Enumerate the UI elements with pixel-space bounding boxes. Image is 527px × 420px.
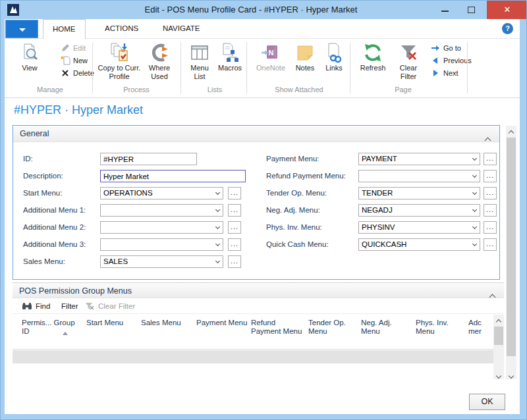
- chevron-down-icon: [215, 190, 220, 195]
- copy-clipboard-icon: [109, 42, 130, 63]
- app-window: Edit - POS Menu Profile Card - #HYPER · …: [0, 0, 527, 420]
- notes-button[interactable]: Notes: [291, 42, 319, 72]
- payment-menu-lookup-button[interactable]: ...: [484, 153, 497, 165]
- additional-menu-2-lookup-button[interactable]: ...: [228, 221, 241, 234]
- id-input[interactable]: [100, 153, 197, 165]
- filter-button[interactable]: Filter: [61, 301, 78, 311]
- macros-orgchart-icon: [219, 42, 240, 63]
- arrow-right-icon: [430, 43, 441, 53]
- tender-op-menu-combo[interactable]: TENDER: [358, 187, 480, 199]
- fasttab-general-header[interactable]: General: [13, 126, 499, 142]
- tender-op-menu-label: Tender Op. Menu:: [266, 187, 327, 199]
- additional-menu-1-combo[interactable]: [100, 204, 223, 217]
- sales-menu-lookup-button[interactable]: ...: [228, 255, 241, 268]
- clear-filter-toolbar-button: Clear Filter: [84, 301, 135, 311]
- start-menu-lookup-button[interactable]: ...: [228, 187, 241, 199]
- neg-adj-menu-label: Neg. Adj. Menu:: [266, 204, 320, 217]
- quick-cash-menu-label: Quick Cash Menu:: [266, 238, 329, 251]
- ribbon: View Edit New Delete Manage Copy to Curr…: [5, 38, 520, 98]
- column-header-additional-menu[interactable]: Adc mer: [468, 319, 493, 336]
- find-button[interactable]: Find: [22, 301, 50, 311]
- phys-inv-menu-combo[interactable]: PHYSINV: [358, 221, 480, 234]
- description-input[interactable]: [100, 170, 246, 182]
- scroll-up-button[interactable]: [506, 126, 516, 136]
- close-button[interactable]: ✕: [487, 1, 527, 19]
- minimize-icon: [441, 11, 449, 12]
- where-used-icon: [149, 42, 170, 63]
- column-header-permission-group-id[interactable]: Permis... Group ID: [22, 319, 82, 336]
- fasttab-permissions-header[interactable]: POS Permission Group Menus: [13, 282, 504, 298]
- tender-op-menu-lookup-button[interactable]: ...: [484, 187, 497, 199]
- page-scrollbar[interactable]: [506, 126, 516, 379]
- delete-button[interactable]: Delete: [60, 67, 94, 79]
- ribbon-divider: [246, 42, 247, 93]
- column-header-neg-adj-menu[interactable]: Neg. Adj. Menu: [361, 319, 412, 336]
- where-used-button[interactable]: WhereUsed: [143, 42, 176, 81]
- neg-adj-menu-lookup-button[interactable]: ...: [484, 204, 497, 217]
- column-header-start-menu[interactable]: Start Menu: [86, 319, 138, 327]
- scrollbar-thumb[interactable]: [507, 138, 516, 356]
- ribbon-tab-row: HOME ACTIONS NAVIGATE ?: [5, 19, 520, 38]
- table-scrollbar[interactable]: [493, 315, 504, 379]
- description-label: Description:: [23, 170, 63, 182]
- sales-menu-combo[interactable]: SALES: [100, 255, 223, 268]
- column-header-phys-inv-menu[interactable]: Phys. Inv. Menu: [416, 319, 467, 336]
- quick-cash-menu-combo[interactable]: QUICKCASH: [358, 238, 480, 251]
- pencil-icon: [60, 43, 70, 53]
- tab-actions[interactable]: ACTIONS: [96, 19, 148, 38]
- permissions-toolbar: Find Filter Clear Filter: [13, 298, 504, 314]
- column-header-payment-menu[interactable]: Payment Menu: [196, 319, 248, 327]
- new-button[interactable]: New: [60, 55, 88, 66]
- additional-menu-1-lookup-button[interactable]: ...: [228, 204, 241, 217]
- column-header-tender-op-menu[interactable]: Tender Op. Menu: [308, 319, 360, 336]
- edit-button: Edit: [60, 42, 86, 54]
- copy-to-curr-profile-button[interactable]: Copy to Curr.Profile: [97, 42, 142, 81]
- refund-payment-menu-combo[interactable]: [358, 170, 480, 182]
- links-button[interactable]: Links: [321, 42, 347, 72]
- tab-home[interactable]: HOME: [43, 19, 86, 39]
- quick-cash-menu-lookup-button[interactable]: ...: [484, 238, 497, 251]
- view-button[interactable]: View: [14, 42, 45, 72]
- collapse-chevron-icon[interactable]: [485, 132, 490, 149]
- chevron-down-icon: [472, 242, 477, 246]
- next-button[interactable]: Next: [430, 67, 458, 79]
- chevron-down-icon: [472, 156, 477, 161]
- clear-filter-button[interactable]: ClearFilter: [392, 42, 425, 81]
- scrollbar-thumb[interactable]: [494, 327, 503, 345]
- delete-x-icon: [60, 68, 70, 78]
- payment-menu-combo[interactable]: PAYMENT: [358, 153, 480, 165]
- table-header-row: Permis... Group ID Start Menu Sales Menu…: [13, 315, 493, 350]
- help-button[interactable]: ?: [502, 23, 513, 34]
- minimize-button[interactable]: [432, 1, 458, 19]
- column-header-refund-payment-menu[interactable]: Refund Payment Menu: [251, 319, 304, 336]
- neg-adj-menu-combo[interactable]: NEGADJ: [358, 204, 480, 217]
- new-page-icon: [60, 55, 70, 66]
- additional-menu-2-label: Additional Menu 2:: [23, 221, 86, 234]
- view-document-icon: [19, 42, 40, 63]
- menu-list-button[interactable]: MenuList: [185, 42, 214, 81]
- goto-button[interactable]: Go to: [430, 42, 461, 54]
- previous-button[interactable]: Previous: [430, 55, 472, 66]
- onenote-button: N OneNote: [252, 42, 289, 72]
- chevron-down-icon: [19, 28, 26, 32]
- additional-menu-3-combo[interactable]: [100, 238, 223, 251]
- table-empty-row[interactable]: [13, 350, 493, 363]
- scroll-down-button[interactable]: [506, 369, 516, 379]
- column-header-sales-menu[interactable]: Sales Menu: [141, 319, 192, 327]
- macros-button[interactable]: Macros: [214, 42, 246, 72]
- refund-payment-menu-lookup-button[interactable]: ...: [484, 170, 497, 182]
- scroll-down-button[interactable]: [493, 369, 504, 379]
- window-title: Edit - POS Menu Profile Card - #HYPER · …: [80, 1, 422, 19]
- phys-inv-menu-lookup-button[interactable]: ...: [484, 221, 497, 234]
- chevron-down-icon: [472, 173, 477, 178]
- start-menu-combo[interactable]: OPERATIONS: [100, 187, 223, 199]
- refresh-button[interactable]: Refresh: [355, 42, 391, 72]
- additional-menu-2-combo[interactable]: [100, 221, 223, 234]
- maximize-button[interactable]: [458, 1, 485, 19]
- scroll-up-button[interactable]: [493, 315, 504, 325]
- application-menu-button[interactable]: [5, 20, 38, 38]
- ok-button[interactable]: OK: [469, 394, 505, 410]
- additional-menu-3-lookup-button[interactable]: ...: [228, 238, 241, 251]
- tab-navigate[interactable]: NAVIGATE: [153, 19, 209, 38]
- onenote-icon: N: [260, 42, 281, 63]
